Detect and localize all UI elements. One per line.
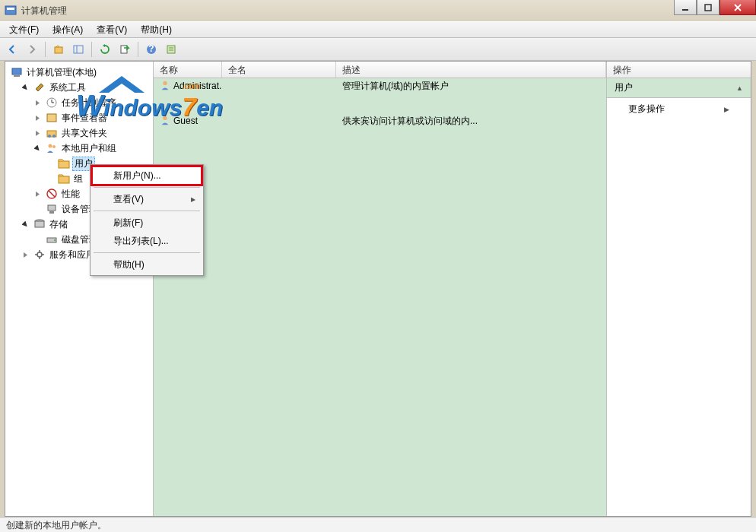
tree-shared-folders[interactable]: 共享文件夹 — [30, 125, 153, 141]
disk-icon — [46, 233, 58, 245]
action-more[interactable]: 更多操作 ▶ — [607, 98, 751, 120]
app-icon — [5, 5, 17, 17]
tree-label: 本地用户和组 — [60, 142, 118, 155]
svg-rect-0 — [5, 6, 16, 14]
expander-icon[interactable] — [33, 144, 42, 153]
svg-rect-31 — [49, 211, 54, 214]
tools-icon — [33, 81, 46, 93]
cm-export-list[interactable]: 导出列表(L)... — [92, 232, 202, 250]
minimize-button[interactable] — [674, 0, 697, 15]
column-fullname[interactable]: 全名 — [222, 62, 336, 78]
client-area: 计算机管理(本地) 系统工具 任务计划程序 — [5, 61, 751, 517]
svg-point-37 — [163, 81, 167, 84]
column-name[interactable]: 名称 — [154, 62, 222, 78]
svg-rect-30 — [48, 205, 56, 211]
maximize-button[interactable] — [697, 0, 719, 15]
svg-rect-15 — [12, 68, 21, 74]
svg-rect-12 — [167, 46, 175, 53]
tree-system-tools[interactable]: 系统工具 — [17, 80, 153, 95]
list-body[interactable]: Administrat... 管理计算机(域)的内置帐户 Guest 供来宾访问… — [154, 78, 606, 516]
toolbar-separator — [138, 42, 138, 57]
context-menu: 新用户(N)... 查看(V) 刷新(F) 导出列表(L)... 帮助(H) — [90, 164, 204, 276]
show-hide-button[interactable] — [69, 40, 87, 59]
tree-event-viewer[interactable]: 事件查看器 — [30, 110, 153, 125]
menu-file[interactable]: 文件(F) — [3, 22, 45, 38]
action-section-label: 用户 — [615, 81, 633, 94]
up-button[interactable] — [49, 40, 68, 59]
action-header: 操作 — [607, 62, 751, 78]
menu-action[interactable]: 操作(A) — [46, 22, 89, 38]
chevron-right-icon: ▶ — [724, 106, 729, 113]
action-pane: 操作 用户 ▲ 更多操作 ▶ — [606, 62, 751, 516]
action-section-users[interactable]: 用户 ▲ — [607, 78, 751, 98]
tree-label: 任务计划程序 — [60, 97, 118, 109]
svg-point-25 — [52, 145, 56, 148]
expander-icon[interactable] — [33, 113, 42, 122]
svg-rect-6 — [55, 47, 62, 53]
tree-label: 组 — [72, 173, 84, 185]
window-buttons — [674, 0, 756, 15]
properties-button[interactable] — [162, 40, 180, 59]
expander-icon[interactable] — [33, 128, 42, 138]
expander-icon[interactable] — [33, 189, 42, 198]
tree-root[interactable]: 计算机管理(本地) — [5, 65, 153, 80]
menu-view[interactable]: 查看(V) — [91, 22, 133, 38]
cm-new-user[interactable]: 新用户(N)... — [92, 166, 202, 185]
tree-label: 性能 — [60, 188, 81, 201]
column-description[interactable]: 描述 — [336, 62, 606, 78]
tree-label: 系统工具 — [48, 81, 87, 94]
tree-pane: 计算机管理(本地) 系统工具 任务计划程序 — [5, 62, 154, 516]
expander-icon[interactable] — [33, 98, 42, 107]
cm-help[interactable]: 帮助(H) — [92, 255, 202, 274]
tree-task-scheduler[interactable]: 任务计划程序 — [30, 95, 153, 110]
performance-icon — [46, 188, 58, 200]
cell-text: Guest — [173, 116, 198, 126]
folder-icon — [58, 173, 70, 185]
toolbar: ? — [0, 38, 756, 61]
back-button[interactable] — [3, 40, 21, 59]
titlebar: 计算机管理 — [0, 0, 756, 21]
help-button[interactable]: ? — [142, 40, 160, 59]
spacer — [45, 159, 54, 168]
svg-point-24 — [49, 144, 52, 148]
svg-rect-9 — [121, 46, 127, 53]
svg-text:?: ? — [148, 44, 154, 54]
cm-separator — [94, 187, 200, 188]
menu-help[interactable]: 帮助(H) — [135, 22, 178, 38]
users-groups-icon — [46, 142, 58, 154]
refresh-button[interactable] — [96, 40, 114, 59]
export-button[interactable] — [116, 40, 134, 59]
expander-icon[interactable] — [21, 250, 30, 259]
spacer — [33, 235, 42, 244]
svg-rect-7 — [74, 46, 83, 53]
menubar: 文件(F) 操作(A) 查看(V) 帮助(H) — [0, 21, 756, 38]
list-pane: 名称 全名 描述 Administrat... 管理计算机(域)的内置帐户 Gu… — [154, 62, 606, 516]
svg-point-35 — [54, 239, 56, 241]
cell-text: 供来宾访问计算机或访问域的内... — [336, 115, 606, 128]
forward-button[interactable] — [23, 40, 41, 59]
expander-icon[interactable] — [21, 220, 30, 229]
close-button[interactable] — [719, 0, 756, 15]
svg-rect-3 — [705, 5, 711, 11]
cell-text: 管理计算机(域)的内置帐户 — [336, 80, 606, 93]
cm-view[interactable]: 查看(V) — [92, 190, 202, 208]
svg-point-36 — [37, 252, 42, 257]
window-title: 计算机管理 — [21, 5, 67, 17]
svg-point-22 — [48, 135, 51, 138]
cm-refresh[interactable]: 刷新(F) — [92, 214, 202, 232]
computer-icon — [11, 66, 23, 78]
svg-rect-26 — [59, 161, 69, 168]
tree-local-users-groups[interactable]: 本地用户和组 — [30, 141, 153, 156]
tree-root-label: 计算机管理(本地) — [25, 66, 98, 79]
list-item[interactable]: Administrat... 管理计算机(域)的内置帐户 — [154, 78, 606, 93]
svg-rect-16 — [14, 75, 20, 77]
clock-icon — [46, 97, 58, 109]
device-icon — [46, 203, 58, 215]
list-item[interactable]: Guest 供来宾访问计算机或访问域的内... — [154, 113, 606, 128]
event-icon — [46, 112, 58, 124]
collapse-icon: ▲ — [736, 84, 743, 92]
toolbar-separator — [45, 42, 46, 57]
list-header: 名称 全名 描述 — [154, 62, 606, 78]
expander-icon[interactable] — [21, 83, 30, 92]
svg-rect-1 — [7, 8, 14, 10]
